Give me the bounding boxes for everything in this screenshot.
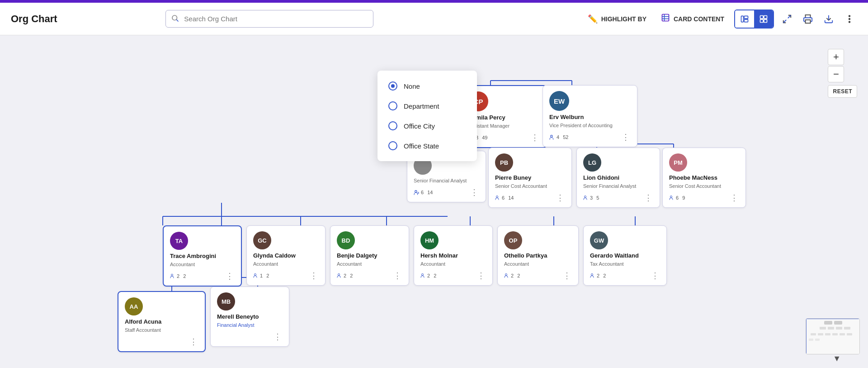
card-more-button[interactable]: ⋮ <box>392 271 402 281</box>
avatar: GW <box>590 231 608 249</box>
card-stats: 2 2 <box>337 273 353 278</box>
phoebe-card[interactable]: PM Phoebe MacNess Senior Cost Accountant… <box>662 148 746 208</box>
erv-card[interactable]: EW Erv Welburn Vice President of Account… <box>542 85 637 147</box>
card-more-button[interactable]: ⋮ <box>530 133 540 143</box>
zoom-in-button[interactable]: + <box>828 49 844 65</box>
table-icon <box>661 13 670 24</box>
dropdown-item-none[interactable]: None <box>377 76 477 96</box>
card-more-button[interactable]: ⋮ <box>225 271 235 281</box>
avatar: PB <box>495 153 513 172</box>
dropdown-item-none-label: None <box>404 82 420 90</box>
card-more-button[interactable]: ⋮ <box>476 271 486 281</box>
svg-rect-72 <box>815 339 820 341</box>
gerardo-card[interactable]: GW Gerardo Waitland Tax Accountant 2 2 ⋮ <box>583 225 667 286</box>
card-title: Accountant <box>170 261 235 268</box>
card-more-button[interactable]: ⋮ <box>273 332 283 342</box>
card-title: Vice President of Accounting <box>549 122 631 129</box>
search-container <box>165 10 373 28</box>
card-content-button[interactable]: CARD CONTENT <box>656 10 729 27</box>
card-footer: ⋮ <box>217 332 283 342</box>
card-title: Tax Accountant <box>590 261 660 267</box>
svg-rect-2 <box>662 14 669 21</box>
card-more-button[interactable]: ⋮ <box>309 271 319 281</box>
card-name: Pierre Buney <box>495 174 565 182</box>
merell-card[interactable]: MB Merell Beneyto Financial Analyst ⋮ <box>210 287 289 347</box>
more-options-button[interactable] <box>842 11 857 27</box>
avatar: OP <box>504 231 522 249</box>
scroll-down-indicator: ▼ <box>833 354 841 363</box>
card-stats: 3 5 <box>583 195 599 201</box>
svg-point-50 <box>585 196 586 198</box>
glynda-card[interactable]: GC Glynda Caldow Accountant 1 2 ⋮ <box>246 225 326 286</box>
svg-rect-12 <box>764 19 767 22</box>
card-title: Financial Analyst <box>217 322 283 328</box>
outline-view-button[interactable] <box>735 10 754 28</box>
expand-button[interactable] <box>779 11 795 27</box>
card-more-button[interactable]: ⋮ <box>729 193 739 203</box>
card-stats: 2 2 <box>504 273 520 278</box>
card-footer: 2 2 ⋮ <box>420 271 486 281</box>
svg-rect-63 <box>836 327 842 330</box>
reports-stat: 6 <box>414 190 424 196</box>
card-title: Staff Accountant <box>125 327 198 333</box>
pierre-card[interactable]: PB Pierre Buney Senior Cost Accountant 6… <box>488 148 572 208</box>
dropdown-item-department[interactable]: Department <box>377 96 477 116</box>
dropdown-item-office-state[interactable]: Office State <box>377 136 477 156</box>
alford-card[interactable]: AA Alford Acuna Staff Accountant ⋮ <box>118 291 206 352</box>
card-more-button[interactable]: ⋮ <box>643 193 653 203</box>
avatar: BD <box>337 231 355 249</box>
card-more-button[interactable]: ⋮ <box>189 337 198 347</box>
card-more-button[interactable]: ⋮ <box>469 187 479 197</box>
avatar: PM <box>669 153 687 172</box>
card-title: Senior Cost Accountant <box>495 183 565 189</box>
avatar: GC <box>253 231 271 249</box>
card-name: Othello Partkya <box>504 252 572 260</box>
svg-rect-70 <box>847 333 852 335</box>
reports-stat: 1 <box>253 273 263 278</box>
avatar: MB <box>217 292 235 311</box>
card-title: Accountant <box>420 261 486 267</box>
radio-office-state <box>388 141 397 150</box>
svg-rect-69 <box>840 333 845 335</box>
dropdown-item-office-city[interactable]: Office City <box>377 116 477 136</box>
card-name: Erv Welburn <box>549 114 631 121</box>
card-footer: 6 14 ⋮ <box>414 187 479 197</box>
card-footer: 2 2 ⋮ <box>590 271 660 281</box>
reset-button[interactable]: RESET <box>828 85 857 98</box>
reports-stat: 3 <box>583 195 593 201</box>
card-name: Glynda Caldow <box>253 252 319 260</box>
mini-map-svg <box>806 319 860 354</box>
print-button[interactable] <box>800 11 816 27</box>
card-more-button[interactable]: ⋮ <box>562 271 572 281</box>
trace-card[interactable]: TA Trace Ambrogini Accountant 2 2 ⋮ <box>163 225 242 287</box>
lion-card[interactable]: LG Lion Ghidoni Senior Financial Analyst… <box>576 148 660 208</box>
reports-stat: 6 <box>669 195 679 201</box>
card-title: Senior Financial Analyst <box>583 183 653 189</box>
grid-view-button[interactable] <box>754 10 773 28</box>
card-title: Assistant Manager <box>468 123 540 129</box>
othello-card[interactable]: OP Othello Partkya Accountant 2 2 ⋮ <box>497 225 579 286</box>
svg-point-56 <box>505 274 507 276</box>
svg-line-14 <box>783 19 786 22</box>
highlight-by-button[interactable]: ✏️ HIGHLIGHT BY <box>583 11 651 27</box>
svg-rect-60 <box>834 321 842 325</box>
card-name: Hersh Molnar <box>420 252 486 260</box>
svg-rect-9 <box>760 15 764 19</box>
svg-point-0 <box>172 15 177 20</box>
download-button[interactable] <box>821 11 836 27</box>
card-footer: 2 2 ⋮ <box>337 271 402 281</box>
hersh-card[interactable]: HM Hersh Molnar Accountant 2 2 ⋮ <box>414 225 493 286</box>
card-more-button[interactable]: ⋮ <box>621 132 631 142</box>
benjie-card[interactable]: BD Benjie Dalgety Accountant 2 2 ⋮ <box>330 225 409 286</box>
count-stat: 52 <box>563 134 568 140</box>
svg-rect-11 <box>760 19 764 22</box>
card-stats: 2 2 <box>590 273 606 278</box>
dropdown-item-office-city-label: Office City <box>404 122 435 130</box>
card-more-button[interactable]: ⋮ <box>555 193 565 203</box>
card-more-button[interactable]: ⋮ <box>650 271 660 281</box>
zoom-out-button[interactable]: − <box>828 66 844 82</box>
radio-none <box>388 81 397 91</box>
card-footer: 1 2 ⋮ <box>253 271 319 281</box>
search-input[interactable] <box>165 10 373 28</box>
card-name: Alford Acuna <box>125 318 198 326</box>
